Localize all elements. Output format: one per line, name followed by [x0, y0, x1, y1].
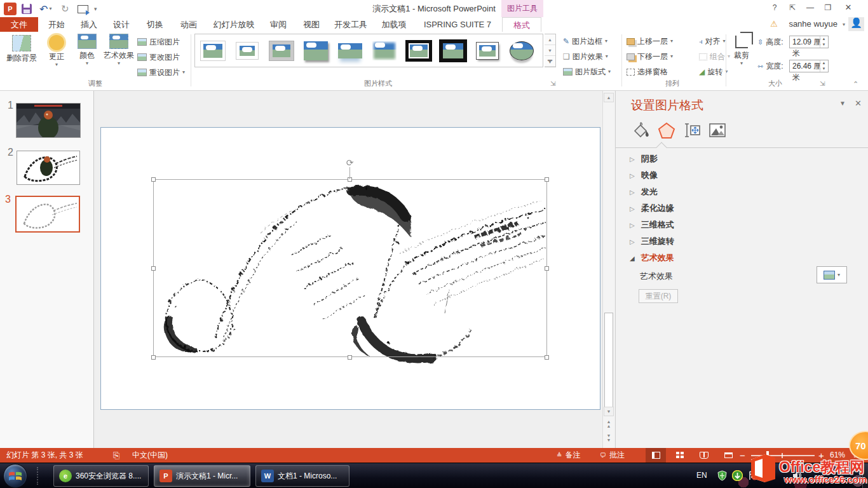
- tab-transitions[interactable]: 切换: [140, 17, 170, 32]
- reading-view-button[interactable]: [694, 448, 714, 463]
- resize-handle-s[interactable]: [348, 355, 352, 360]
- picture-layout-button[interactable]: 图片版式▾: [563, 65, 611, 78]
- resize-handle-w[interactable]: [151, 266, 156, 271]
- resize-handle-nw[interactable]: [151, 177, 156, 182]
- resize-handle-sw[interactable]: [151, 355, 156, 360]
- editing-canvas[interactable]: ⟳ ▲ ▼ ▲▲ ▼▼: [95, 91, 602, 448]
- save-icon[interactable]: [22, 2, 32, 16]
- tab-home[interactable]: 开始: [42, 17, 71, 32]
- fill-paintbucket-icon[interactable]: [630, 120, 653, 140]
- tab-developer[interactable]: 开发工具: [331, 17, 370, 32]
- section-soft-edges[interactable]: ▷柔化边缘: [630, 203, 674, 214]
- style-soft-edge[interactable]: [369, 36, 400, 65]
- undo-icon[interactable]: ↶▾: [39, 2, 51, 16]
- show-desktop-strip[interactable]: [862, 463, 868, 488]
- redo-icon[interactable]: ↻: [61, 2, 69, 16]
- width-input[interactable]: 26.46 厘米 ▲▼: [789, 60, 829, 72]
- style-oval-shadow[interactable]: [506, 36, 538, 65]
- language-indicator[interactable]: 中文(中国): [132, 448, 168, 463]
- comments-button[interactable]: 🗩批注: [600, 448, 625, 463]
- tab-addins[interactable]: 加载项: [375, 17, 413, 32]
- section-reflection[interactable]: ▷映像: [630, 170, 658, 181]
- picture-border-button[interactable]: ✎图片边框▾: [563, 35, 607, 48]
- gallery-down-icon[interactable]: ▼: [545, 45, 555, 56]
- reset-picture-button[interactable]: 重设图片▾: [137, 66, 185, 79]
- rotate-button[interactable]: ◢旋转▾: [699, 65, 728, 78]
- tab-format-active[interactable]: 格式: [502, 17, 541, 32]
- taskbar-360browser-button[interactable]: e 360安全浏览器 8....: [53, 465, 149, 487]
- style-black-frame[interactable]: [437, 36, 469, 65]
- section-3d-format[interactable]: ▷三维格式: [630, 219, 674, 231]
- gallery-up-icon[interactable]: ▲: [545, 34, 555, 45]
- rotation-handle-icon[interactable]: ⟳: [345, 158, 355, 168]
- corrections-button[interactable]: 更正▾: [42, 34, 71, 67]
- zoom-slider-knob[interactable]: [766, 451, 769, 460]
- minimize-icon[interactable]: —: [802, 1, 818, 14]
- normal-view-button[interactable]: [646, 448, 666, 463]
- section-shadow[interactable]: ▷阴影: [630, 153, 658, 165]
- start-slideshow-icon[interactable]: [78, 2, 88, 16]
- tab-file[interactable]: 文件: [0, 17, 38, 32]
- bring-forward-button[interactable]: 上移一层▾: [627, 35, 673, 48]
- notes-button[interactable]: ≜备注: [557, 448, 580, 463]
- taskbar-word-button[interactable]: W 文档1 - Microso...: [255, 465, 349, 487]
- tray-date[interactable]: 2017/3/28: [817, 476, 848, 484]
- picture-selection-outline[interactable]: [153, 179, 547, 357]
- compress-pictures-button[interactable]: 压缩图片: [137, 36, 180, 48]
- slideshow-view-button[interactable]: [718, 448, 738, 463]
- style-double-black-frame[interactable]: [403, 36, 435, 65]
- style-simple-white-frame[interactable]: [197, 36, 229, 65]
- ribbon-display-options-icon[interactable]: ⇱: [784, 1, 801, 14]
- size-properties-icon[interactable]: [681, 120, 703, 140]
- user-name[interactable]: sanhe wuyue: [789, 19, 837, 29]
- zoom-percentage[interactable]: 61%: [830, 448, 845, 463]
- taskbar-powerpoint-button[interactable]: P 演示文稿1 - Micr...: [154, 465, 250, 487]
- slide-sorter-view-button[interactable]: [670, 448, 690, 463]
- tab-animations[interactable]: 动画: [174, 17, 203, 32]
- scrollbar-thumb[interactable]: [604, 313, 613, 413]
- panel-close-icon[interactable]: ✕: [855, 98, 862, 108]
- send-backward-button[interactable]: 下移一层▾: [627, 50, 673, 63]
- tab-review[interactable]: 审阅: [264, 17, 293, 32]
- update-download-icon[interactable]: [732, 470, 743, 481]
- help-icon[interactable]: ?: [766, 1, 783, 14]
- tab-ispring[interactable]: ISPRING SUITE 7: [418, 17, 497, 32]
- qat-customize-icon[interactable]: ▾: [94, 2, 97, 16]
- spellcheck-book-icon[interactable]: ⎘: [113, 448, 119, 463]
- antivirus-shield-icon[interactable]: [717, 470, 728, 481]
- tab-view[interactable]: 视图: [297, 17, 326, 32]
- styles-dialog-launcher-icon[interactable]: ⇲: [550, 80, 555, 87]
- size-dialog-launcher-icon[interactable]: ⇲: [820, 80, 825, 87]
- scroll-down-icon[interactable]: ▼: [604, 407, 614, 416]
- next-slide-icon[interactable]: ▼▼: [604, 433, 614, 443]
- change-picture-button[interactable]: 更改图片: [137, 51, 180, 64]
- user-dropdown-icon[interactable]: ▾: [843, 22, 845, 27]
- action-center-flag-icon[interactable]: [747, 470, 758, 481]
- tab-slideshow[interactable]: 幻灯片放映: [208, 17, 260, 32]
- gallery-scrollbar[interactable]: ▲ ▼ ▬▼: [545, 34, 556, 67]
- resize-handle-e[interactable]: [545, 266, 549, 271]
- resize-handle-ne[interactable]: [545, 177, 549, 182]
- style-metal-frame[interactable]: [266, 36, 297, 65]
- tab-insert[interactable]: 插入: [74, 17, 104, 32]
- restore-icon[interactable]: ❐: [820, 1, 836, 14]
- previous-slide-icon[interactable]: ▲▲: [604, 419, 614, 429]
- color-button[interactable]: 颜色▾: [72, 34, 102, 66]
- panel-collapse-icon[interactable]: ▼: [839, 100, 846, 107]
- zoom-in-icon[interactable]: +: [818, 448, 824, 463]
- section-artistic-effects-expanded[interactable]: ◢艺术效果: [630, 252, 674, 264]
- width-spinner[interactable]: ▲▼: [820, 60, 827, 72]
- effects-pentagon-icon-selected[interactable]: [655, 120, 678, 140]
- zoom-out-icon[interactable]: −: [740, 448, 745, 463]
- close-icon[interactable]: ✕: [840, 1, 857, 14]
- style-drop-shadow[interactable]: [300, 36, 332, 65]
- style-reflected[interactable]: [334, 36, 366, 65]
- slide[interactable]: ⟳: [100, 127, 600, 410]
- align-button[interactable]: ⫞对齐▾: [699, 35, 726, 48]
- speaker-icon[interactable]: [792, 470, 803, 481]
- gallery-more-icon[interactable]: ▬▼: [545, 56, 555, 67]
- reset-button-disabled[interactable]: 重置(R): [639, 289, 678, 303]
- style-beveled-white-frame[interactable]: [231, 36, 263, 65]
- slide-3-thumbnail-selected[interactable]: [15, 196, 80, 233]
- artistic-effects-dropdown[interactable]: ▾: [817, 266, 847, 283]
